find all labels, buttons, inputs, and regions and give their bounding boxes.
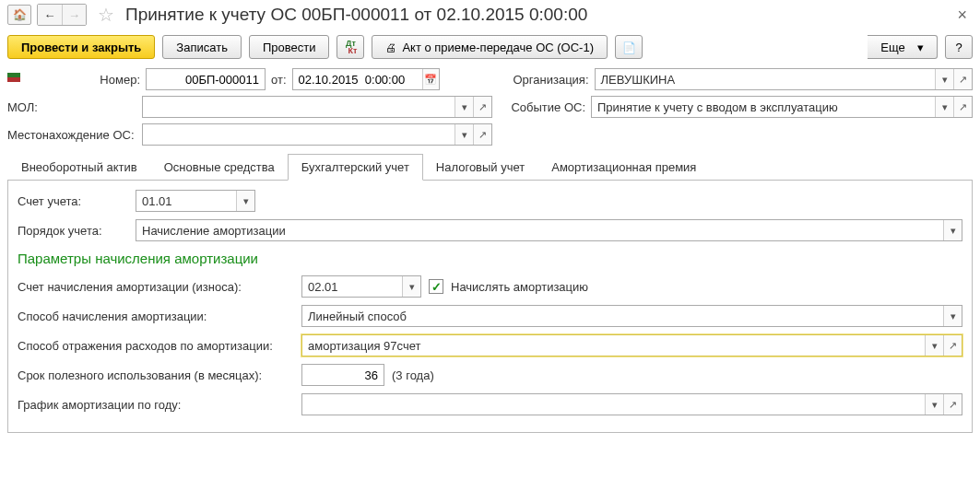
print-icon	[385, 41, 396, 54]
posted-flag-icon	[7, 71, 24, 88]
attachments-button[interactable]	[615, 35, 643, 59]
section-title: Параметры начисления амортизации	[18, 251, 962, 266]
event-dropdown-icon[interactable]: ▾	[935, 97, 953, 117]
post-button[interactable]: Провести	[249, 35, 330, 59]
post-and-close-button[interactable]: Провести и закрыть	[7, 35, 155, 59]
page-title: Принятие к учету ОС 00БП-000011 от 02.10…	[125, 5, 587, 25]
expense-value: амортизация 97счет	[302, 335, 925, 356]
schedule-open-icon[interactable]: ↗	[943, 394, 962, 415]
org-label: Организация:	[506, 73, 589, 87]
expense-dropdown-icon[interactable]: ▾	[925, 335, 943, 356]
calendar-icon[interactable]	[422, 69, 439, 89]
close-icon[interactable]: ×	[951, 6, 973, 25]
nav-history: ← →	[37, 4, 87, 26]
account-value: 01.01	[136, 191, 236, 211]
tab-body-accounting: Счет учета: 01.01 ▾ Порядок учета: Начис…	[7, 181, 973, 433]
expense-field[interactable]: амортизация 97счет ▾ ↗	[301, 334, 962, 356]
location-label: Местонахождение ОС:	[7, 128, 136, 142]
org-dropdown-icon[interactable]: ▾	[935, 69, 953, 89]
dep-account-dropdown-icon[interactable]: ▾	[402, 276, 420, 297]
tabs: Внеоборотный актив Основные средства Бух…	[7, 153, 973, 181]
charge-dep-checkbox[interactable]: ✓	[429, 279, 443, 294]
life-label: Срок полезного использования (в месяцах)…	[18, 368, 294, 382]
method-dropdown-icon[interactable]: ▾	[943, 306, 962, 326]
home-button[interactable]: 🏠	[7, 5, 31, 25]
print-act-button[interactable]: Акт о приеме-передаче ОС (ОС-1)	[372, 35, 608, 59]
order-value: Начисление амортизации	[136, 220, 943, 240]
dep-account-field[interactable]: 02.01 ▾	[301, 275, 421, 298]
mol-label: МОЛ:	[7, 100, 136, 114]
dep-account-value: 02.01	[302, 276, 402, 297]
number-label: Номер:	[94, 73, 140, 87]
mol-value	[143, 97, 455, 117]
location-dropdown-icon[interactable]: ▾	[455, 124, 473, 145]
life-field[interactable]	[301, 364, 384, 386]
expense-label: Способ отражения расходов по амортизации…	[18, 339, 294, 353]
event-field[interactable]: Принятие к учету с вводом в эксплуатацию…	[591, 96, 973, 118]
tab-bonus[interactable]: Амортизационная премия	[537, 154, 710, 181]
org-value: ЛЕВУШКИНА	[596, 69, 935, 89]
order-label: Порядок учета:	[18, 224, 128, 238]
event-open-icon[interactable]: ↗	[953, 97, 972, 117]
order-field[interactable]: Начисление амортизации ▾	[136, 219, 962, 241]
date-input[interactable]	[293, 69, 422, 89]
event-value: Принятие к учету с вводом в эксплуатацию	[592, 97, 935, 117]
mol-open-icon[interactable]: ↗	[473, 97, 491, 117]
mol-dropdown-icon[interactable]: ▾	[455, 97, 473, 117]
location-open-icon[interactable]: ↗	[473, 124, 491, 145]
tab-fixed-assets[interactable]: Основные средства	[150, 154, 289, 181]
location-value	[143, 124, 455, 145]
expense-open-icon[interactable]: ↗	[943, 335, 962, 356]
dep-account-label: Счет начисления амортизации (износа):	[18, 280, 294, 294]
date-field[interactable]	[292, 68, 440, 90]
help-button[interactable]: ?	[945, 35, 973, 59]
org-field[interactable]: ЛЕВУШКИНА ▾ ↗	[595, 68, 973, 90]
dtkt-icon: ДтКт	[344, 40, 357, 54]
method-value: Линейный способ	[302, 306, 943, 326]
more-button[interactable]: Еще ▾	[868, 35, 938, 59]
event-label: Событие ОС:	[498, 100, 585, 114]
account-label: Счет учета:	[18, 194, 128, 208]
tab-tax[interactable]: Налоговый учет	[422, 154, 538, 181]
print-act-label: Акт о приеме-передаче ОС (ОС-1)	[402, 41, 594, 54]
write-button[interactable]: Записать	[162, 35, 242, 59]
life-hint: (3 года)	[392, 368, 434, 382]
tab-noncurrent-asset[interactable]: Внеоборотный актив	[7, 154, 151, 181]
account-field[interactable]: 01.01 ▾	[136, 190, 255, 212]
org-open-icon[interactable]: ↗	[953, 69, 972, 89]
order-dropdown-icon[interactable]: ▾	[943, 220, 962, 240]
method-label: Способ начисления амортизации:	[18, 310, 294, 323]
mol-field[interactable]: ▾ ↗	[142, 96, 492, 118]
schedule-field[interactable]: ▾ ↗	[301, 393, 962, 415]
number-input[interactable]	[147, 69, 265, 89]
dt-kt-button[interactable]: ДтКт	[337, 35, 364, 59]
charge-dep-label: Начислять амортизацию	[451, 280, 588, 294]
doc-icon	[622, 41, 636, 54]
schedule-label: График амортизации по году:	[18, 398, 294, 412]
schedule-value	[302, 394, 925, 415]
account-dropdown-icon[interactable]: ▾	[236, 191, 254, 211]
location-field[interactable]: ▾ ↗	[142, 123, 492, 146]
from-label: от:	[271, 73, 287, 87]
tab-accounting[interactable]: Бухгалтерский учет	[288, 154, 423, 181]
number-field[interactable]	[146, 68, 266, 90]
favorite-star-icon[interactable]: ☆	[98, 4, 114, 26]
schedule-dropdown-icon[interactable]: ▾	[925, 394, 943, 415]
back-button[interactable]: ←	[38, 5, 62, 25]
forward-button[interactable]: →	[62, 5, 86, 25]
method-field[interactable]: Линейный способ ▾	[301, 305, 962, 327]
life-input[interactable]	[302, 365, 384, 385]
